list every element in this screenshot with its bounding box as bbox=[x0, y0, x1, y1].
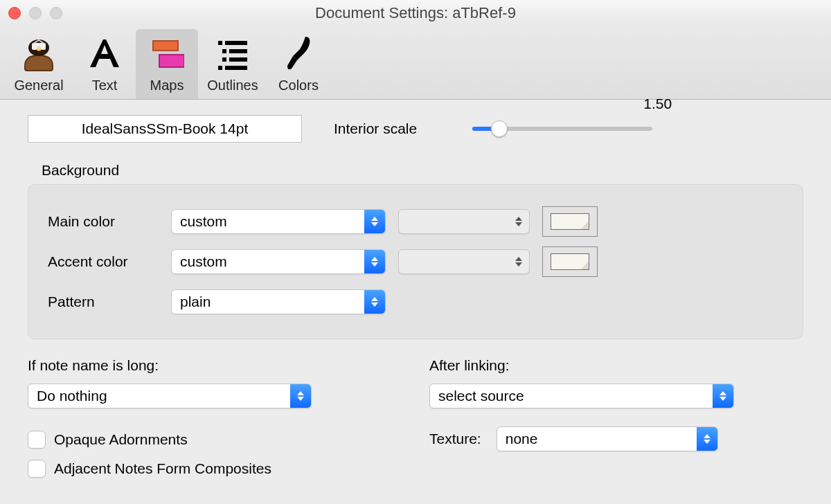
stepper-icon bbox=[713, 384, 733, 408]
content-area: IdealSansSSm-Book 14pt Interior scale 1.… bbox=[0, 100, 831, 492]
stepper-icon bbox=[290, 384, 311, 408]
adjacent-composites-label: Adjacent Notes Form Composites bbox=[54, 460, 271, 477]
map-font-value: IdealSansSSm-Book 14pt bbox=[82, 120, 248, 137]
zoom-window-button[interactable] bbox=[50, 7, 62, 19]
maps-icon bbox=[147, 33, 187, 73]
interior-scale-label: Interior scale bbox=[334, 120, 417, 137]
background-group: Main color custom Accent color custom bbox=[28, 184, 803, 339]
svg-rect-7 bbox=[222, 49, 226, 53]
tab-outlines[interactable]: Outlines bbox=[198, 29, 267, 99]
traffic-lights bbox=[8, 7, 62, 19]
swatch-icon bbox=[551, 253, 589, 270]
interior-scale-slider[interactable] bbox=[472, 119, 652, 138]
tab-label: Maps bbox=[150, 78, 184, 93]
svg-rect-3 bbox=[153, 41, 178, 51]
long-name-value: Do nothing bbox=[28, 388, 290, 404]
colors-icon bbox=[278, 33, 319, 73]
interior-scale-value: 1.50 bbox=[643, 96, 672, 112]
accent-color-select[interactable]: custom bbox=[171, 249, 386, 274]
swatch-icon bbox=[551, 213, 589, 230]
pattern-label: Pattern bbox=[48, 294, 171, 310]
svg-rect-5 bbox=[218, 41, 222, 45]
svg-point-2 bbox=[37, 46, 41, 51]
svg-rect-11 bbox=[218, 66, 222, 70]
stepper-icon bbox=[364, 210, 385, 233]
svg-rect-9 bbox=[222, 57, 226, 62]
svg-rect-6 bbox=[225, 41, 247, 45]
opaque-adornments-label: Opaque Adornments bbox=[54, 431, 188, 448]
toolbar: General Text Maps bbox=[0, 26, 831, 100]
long-name-select[interactable]: Do nothing bbox=[28, 384, 312, 408]
pattern-select[interactable]: plain bbox=[171, 289, 386, 314]
svg-rect-4 bbox=[159, 55, 184, 67]
svg-rect-12 bbox=[225, 66, 247, 70]
texture-label: Texture: bbox=[429, 431, 481, 447]
tab-label: Text bbox=[92, 78, 118, 93]
svg-rect-8 bbox=[229, 49, 247, 53]
long-name-label: If note name is long: bbox=[28, 357, 402, 374]
tab-colors[interactable]: Colors bbox=[267, 29, 330, 99]
accent-color-label: Accent color bbox=[48, 253, 171, 270]
after-linking-select[interactable]: select source bbox=[429, 384, 734, 408]
after-linking-value: select source bbox=[430, 388, 713, 404]
tab-label: General bbox=[14, 78, 63, 93]
accent-color-value: custom bbox=[172, 253, 364, 270]
text-icon bbox=[84, 33, 125, 73]
stepper-icon bbox=[508, 250, 529, 273]
map-font-field[interactable]: IdealSansSSm-Book 14pt bbox=[28, 115, 302, 143]
texture-value: none bbox=[497, 431, 697, 447]
tab-label: Colors bbox=[278, 78, 319, 93]
background-section-label: Background bbox=[42, 162, 803, 179]
pattern-value: plain bbox=[172, 294, 364, 310]
close-window-button[interactable] bbox=[8, 7, 21, 19]
main-color-swatch[interactable] bbox=[542, 206, 598, 237]
opaque-adornments-checkbox[interactable] bbox=[28, 431, 46, 449]
minimize-window-button[interactable] bbox=[29, 7, 42, 19]
main-color-value: custom bbox=[172, 213, 364, 230]
after-linking-label: After linking: bbox=[429, 357, 803, 374]
texture-select[interactable]: none bbox=[497, 426, 718, 451]
window-title: Document Settings: aTbRef-9 bbox=[0, 4, 831, 22]
stepper-icon bbox=[508, 210, 529, 233]
outlines-icon bbox=[213, 33, 253, 73]
stepper-icon bbox=[364, 250, 385, 273]
titlebar: Document Settings: aTbRef-9 bbox=[0, 0, 831, 26]
tab-general[interactable]: General bbox=[4, 29, 73, 99]
tab-maps[interactable]: Maps bbox=[136, 29, 198, 99]
adjacent-composites-checkbox[interactable] bbox=[28, 460, 46, 478]
general-icon bbox=[19, 33, 59, 73]
main-color-select[interactable]: custom bbox=[171, 209, 386, 234]
stepper-icon bbox=[697, 427, 717, 451]
main-color-variant-select[interactable] bbox=[398, 209, 530, 234]
stepper-icon bbox=[364, 290, 385, 314]
svg-rect-10 bbox=[229, 57, 247, 62]
tab-text[interactable]: Text bbox=[73, 29, 136, 99]
tab-label: Outlines bbox=[207, 78, 258, 93]
main-color-label: Main color bbox=[48, 213, 171, 230]
accent-color-swatch[interactable] bbox=[542, 246, 598, 277]
accent-color-variant-select[interactable] bbox=[398, 249, 530, 274]
